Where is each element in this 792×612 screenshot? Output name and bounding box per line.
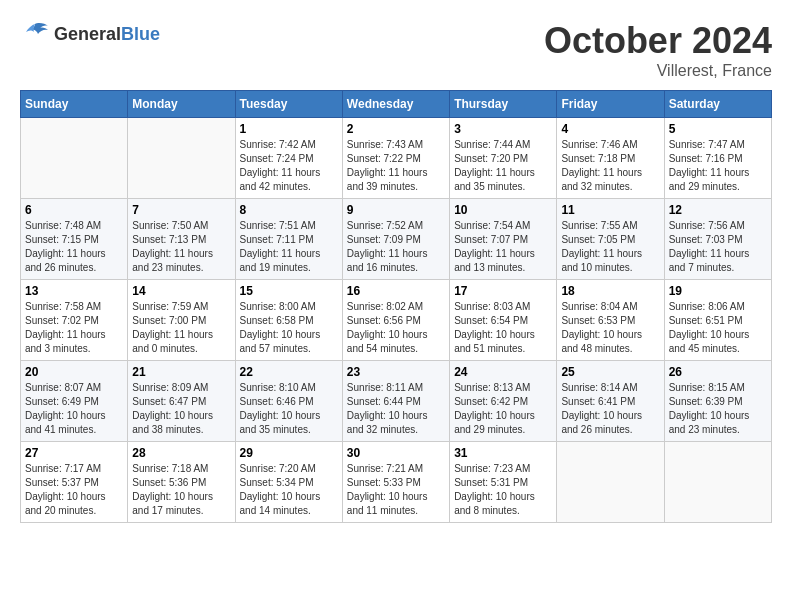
day-number: 23 — [347, 365, 445, 379]
sunset-text: Sunset: 7:07 PM — [454, 234, 528, 245]
day-number: 18 — [561, 284, 659, 298]
day-number: 31 — [454, 446, 552, 460]
sunrise-text: Sunrise: 8:04 AM — [561, 301, 637, 312]
sunrise-text: Sunrise: 7:44 AM — [454, 139, 530, 150]
col-wednesday: Wednesday — [342, 91, 449, 118]
sunrise-text: Sunrise: 8:02 AM — [347, 301, 423, 312]
day-info: Sunrise: 8:14 AM Sunset: 6:41 PM Dayligh… — [561, 381, 659, 437]
daylight-text: Daylight: 10 hours and 26 minutes. — [561, 410, 642, 435]
day-number: 20 — [25, 365, 123, 379]
day-number: 9 — [347, 203, 445, 217]
day-cell — [128, 118, 235, 199]
day-info: Sunrise: 7:21 AM Sunset: 5:33 PM Dayligh… — [347, 462, 445, 518]
sunset-text: Sunset: 5:33 PM — [347, 477, 421, 488]
day-cell: 29 Sunrise: 7:20 AM Sunset: 5:34 PM Dayl… — [235, 442, 342, 523]
sunset-text: Sunset: 7:20 PM — [454, 153, 528, 164]
day-info: Sunrise: 8:13 AM Sunset: 6:42 PM Dayligh… — [454, 381, 552, 437]
sunrise-text: Sunrise: 7:20 AM — [240, 463, 316, 474]
daylight-text: Daylight: 10 hours and 23 minutes. — [669, 410, 750, 435]
sunset-text: Sunset: 6:46 PM — [240, 396, 314, 407]
day-cell: 1 Sunrise: 7:42 AM Sunset: 7:24 PM Dayli… — [235, 118, 342, 199]
daylight-text: Daylight: 11 hours and 10 minutes. — [561, 248, 642, 273]
sunset-text: Sunset: 7:13 PM — [132, 234, 206, 245]
daylight-text: Daylight: 10 hours and 54 minutes. — [347, 329, 428, 354]
week-row-3: 13 Sunrise: 7:58 AM Sunset: 7:02 PM Dayl… — [21, 280, 772, 361]
day-cell — [557, 442, 664, 523]
day-cell — [664, 442, 771, 523]
sunrise-text: Sunrise: 8:07 AM — [25, 382, 101, 393]
logo-general: General — [54, 24, 121, 44]
sunrise-text: Sunrise: 7:46 AM — [561, 139, 637, 150]
day-number: 6 — [25, 203, 123, 217]
daylight-text: Daylight: 10 hours and 57 minutes. — [240, 329, 321, 354]
day-info: Sunrise: 7:51 AM Sunset: 7:11 PM Dayligh… — [240, 219, 338, 275]
sunrise-text: Sunrise: 7:51 AM — [240, 220, 316, 231]
day-info: Sunrise: 7:44 AM Sunset: 7:20 PM Dayligh… — [454, 138, 552, 194]
day-cell: 15 Sunrise: 8:00 AM Sunset: 6:58 PM Dayl… — [235, 280, 342, 361]
daylight-text: Daylight: 10 hours and 35 minutes. — [240, 410, 321, 435]
daylight-text: Daylight: 11 hours and 26 minutes. — [25, 248, 106, 273]
day-info: Sunrise: 8:11 AM Sunset: 6:44 PM Dayligh… — [347, 381, 445, 437]
sunset-text: Sunset: 5:37 PM — [25, 477, 99, 488]
daylight-text: Daylight: 10 hours and 38 minutes. — [132, 410, 213, 435]
day-number: 16 — [347, 284, 445, 298]
sunset-text: Sunset: 7:16 PM — [669, 153, 743, 164]
sunset-text: Sunset: 5:34 PM — [240, 477, 314, 488]
day-cell: 27 Sunrise: 7:17 AM Sunset: 5:37 PM Dayl… — [21, 442, 128, 523]
logo-bird-icon — [20, 20, 50, 44]
week-row-1: 1 Sunrise: 7:42 AM Sunset: 7:24 PM Dayli… — [21, 118, 772, 199]
daylight-text: Daylight: 10 hours and 29 minutes. — [454, 410, 535, 435]
day-cell: 25 Sunrise: 8:14 AM Sunset: 6:41 PM Dayl… — [557, 361, 664, 442]
day-info: Sunrise: 7:54 AM Sunset: 7:07 PM Dayligh… — [454, 219, 552, 275]
sunset-text: Sunset: 6:39 PM — [669, 396, 743, 407]
sunrise-text: Sunrise: 8:09 AM — [132, 382, 208, 393]
day-number: 12 — [669, 203, 767, 217]
sunrise-text: Sunrise: 8:13 AM — [454, 382, 530, 393]
daylight-text: Daylight: 11 hours and 32 minutes. — [561, 167, 642, 192]
sunrise-text: Sunrise: 8:06 AM — [669, 301, 745, 312]
day-info: Sunrise: 8:09 AM Sunset: 6:47 PM Dayligh… — [132, 381, 230, 437]
day-cell: 28 Sunrise: 7:18 AM Sunset: 5:36 PM Dayl… — [128, 442, 235, 523]
day-cell: 10 Sunrise: 7:54 AM Sunset: 7:07 PM Dayl… — [450, 199, 557, 280]
sunrise-text: Sunrise: 7:18 AM — [132, 463, 208, 474]
sunset-text: Sunset: 6:44 PM — [347, 396, 421, 407]
day-cell: 18 Sunrise: 8:04 AM Sunset: 6:53 PM Dayl… — [557, 280, 664, 361]
sunset-text: Sunset: 7:09 PM — [347, 234, 421, 245]
day-number: 28 — [132, 446, 230, 460]
sunset-text: Sunset: 7:15 PM — [25, 234, 99, 245]
sunset-text: Sunset: 7:11 PM — [240, 234, 314, 245]
sunrise-text: Sunrise: 7:17 AM — [25, 463, 101, 474]
daylight-text: Daylight: 11 hours and 29 minutes. — [669, 167, 750, 192]
day-number: 2 — [347, 122, 445, 136]
daylight-text: Daylight: 10 hours and 51 minutes. — [454, 329, 535, 354]
day-number: 25 — [561, 365, 659, 379]
day-number: 26 — [669, 365, 767, 379]
sunrise-text: Sunrise: 8:14 AM — [561, 382, 637, 393]
day-number: 29 — [240, 446, 338, 460]
day-cell: 30 Sunrise: 7:21 AM Sunset: 5:33 PM Dayl… — [342, 442, 449, 523]
sunset-text: Sunset: 6:41 PM — [561, 396, 635, 407]
sunrise-text: Sunrise: 7:59 AM — [132, 301, 208, 312]
day-cell: 20 Sunrise: 8:07 AM Sunset: 6:49 PM Dayl… — [21, 361, 128, 442]
day-number: 4 — [561, 122, 659, 136]
daylight-text: Daylight: 11 hours and 3 minutes. — [25, 329, 106, 354]
daylight-text: Daylight: 10 hours and 48 minutes. — [561, 329, 642, 354]
day-number: 24 — [454, 365, 552, 379]
sunset-text: Sunset: 6:54 PM — [454, 315, 528, 326]
sunset-text: Sunset: 5:31 PM — [454, 477, 528, 488]
day-cell: 21 Sunrise: 8:09 AM Sunset: 6:47 PM Dayl… — [128, 361, 235, 442]
sunrise-text: Sunrise: 8:10 AM — [240, 382, 316, 393]
day-cell: 8 Sunrise: 7:51 AM Sunset: 7:11 PM Dayli… — [235, 199, 342, 280]
sunrise-text: Sunrise: 7:47 AM — [669, 139, 745, 150]
sunrise-text: Sunrise: 7:48 AM — [25, 220, 101, 231]
sunset-text: Sunset: 7:03 PM — [669, 234, 743, 245]
title-block: October 2024 Villerest, France — [544, 20, 772, 80]
day-cell: 2 Sunrise: 7:43 AM Sunset: 7:22 PM Dayli… — [342, 118, 449, 199]
day-number: 27 — [25, 446, 123, 460]
sunset-text: Sunset: 7:00 PM — [132, 315, 206, 326]
day-cell: 22 Sunrise: 8:10 AM Sunset: 6:46 PM Dayl… — [235, 361, 342, 442]
day-number: 21 — [132, 365, 230, 379]
sunset-text: Sunset: 7:02 PM — [25, 315, 99, 326]
daylight-text: Daylight: 10 hours and 32 minutes. — [347, 410, 428, 435]
col-saturday: Saturday — [664, 91, 771, 118]
